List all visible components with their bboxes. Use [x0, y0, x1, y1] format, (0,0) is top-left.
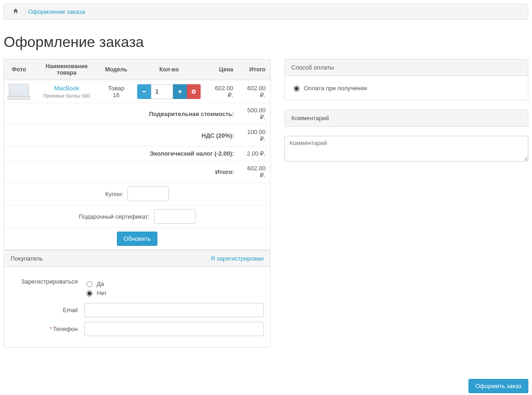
total-label: Итого:	[4, 161, 238, 183]
login-link[interactable]: Я зарегистрирован	[211, 255, 264, 262]
qty-group	[137, 84, 201, 99]
payment-panel: Способ оплаты Оплата при получении	[284, 59, 528, 100]
comment-textarea[interactable]	[284, 136, 528, 162]
minus-icon	[142, 89, 146, 94]
product-total: 602.00 ₽.	[238, 80, 271, 103]
total-value: 602.00 ₽.	[238, 161, 271, 183]
breadcrumb-current[interactable]: Оформление заказа	[23, 7, 90, 16]
vat-label: НДС (20%):	[4, 125, 238, 146]
cart-table: Фото Наименование товара Модель Кол-во Ц…	[4, 59, 271, 250]
product-model: Товар 16	[100, 80, 133, 103]
register-yes-label: Да	[97, 280, 104, 287]
product-thumbnail[interactable]	[9, 84, 29, 98]
breadcrumb-home[interactable]	[8, 7, 23, 17]
phone-field[interactable]	[84, 322, 264, 336]
page-title: Оформление заказа	[4, 34, 528, 51]
breadcrumb-current-link[interactable]: Оформление заказа	[28, 8, 85, 15]
payment-panel-title: Способ оплаты	[291, 64, 334, 71]
payment-cod-label: Оплата при получении	[304, 85, 367, 92]
comment-panel: Комментарий	[284, 110, 528, 127]
register-yes-radio[interactable]	[87, 281, 93, 287]
checkout-button[interactable]: Оформить заказ	[468, 379, 528, 393]
col-model: Модель	[100, 59, 133, 80]
home-icon	[12, 8, 19, 14]
close-icon	[191, 89, 196, 94]
coupon-label: Купон:	[105, 191, 123, 198]
payment-cod-radio[interactable]	[294, 86, 300, 92]
voucher-input[interactable]	[154, 209, 196, 224]
subtotal-value: 500.00 ₽.	[238, 103, 271, 125]
qty-delete-button[interactable]	[187, 84, 201, 99]
register-label: Зарегистрироваться	[11, 278, 84, 285]
required-marker: *	[50, 325, 52, 332]
update-button[interactable]: Обновить	[117, 232, 158, 246]
eco-value: 2.00 ₽.	[238, 146, 271, 161]
qty-decrease-button[interactable]	[137, 84, 151, 99]
coupon-input[interactable]	[127, 186, 169, 201]
svg-rect-0	[142, 91, 146, 92]
vat-value: 100.00 ₽.	[238, 125, 271, 146]
footer-bar: Оформить заказ	[4, 375, 528, 395]
product-name-cell: MacBook Призовые баллы: 600	[34, 80, 100, 103]
product-price: 602.00 ₽.	[205, 80, 237, 103]
col-qty: Кол-во	[133, 59, 205, 80]
customer-panel: Покупатель Я зарегистрирован Зарегистрир…	[4, 250, 271, 348]
qty-input[interactable]	[151, 84, 173, 99]
col-price: Цена	[205, 59, 237, 80]
eco-label: Экологический налог (-2.00):	[4, 146, 238, 161]
email-label: Email	[11, 307, 84, 314]
register-no-radio[interactable]	[87, 290, 93, 296]
col-name: Наименование товара	[34, 59, 100, 80]
breadcrumb: Оформление заказа	[4, 4, 528, 20]
cart-row: MacBook Призовые баллы: 600 Товар 16	[4, 80, 271, 103]
subtotal-label: Подварительная стоимость:	[4, 103, 238, 125]
phone-label: Телефон	[53, 325, 78, 332]
register-no-label: Нет	[97, 290, 107, 296]
comment-panel-title: Комментарий	[291, 115, 329, 122]
product-link[interactable]: MacBook	[54, 85, 79, 92]
product-reward: Призовые баллы: 600	[38, 93, 95, 99]
voucher-label: Подарочный сертификат:	[79, 213, 150, 220]
col-total: Итого	[238, 59, 271, 80]
qty-increase-button[interactable]	[173, 84, 187, 99]
col-photo: Фото	[4, 59, 34, 80]
plus-icon	[178, 89, 182, 94]
svg-rect-2	[178, 91, 182, 92]
customer-panel-title: Покупатель	[11, 255, 43, 262]
email-field[interactable]	[84, 303, 264, 317]
